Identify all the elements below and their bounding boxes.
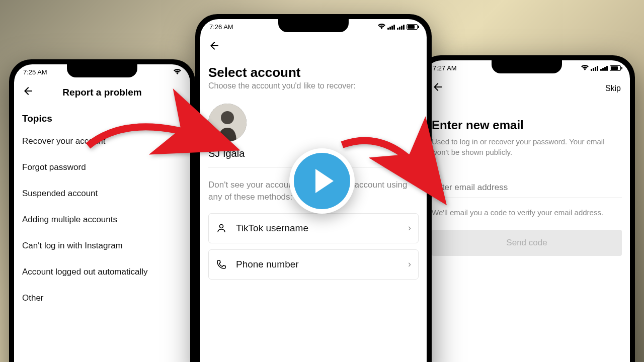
page-subtitle: Used to log in or recover your password.… bbox=[432, 136, 622, 177]
notch bbox=[67, 64, 137, 77]
phone-icon bbox=[216, 259, 227, 269]
page-subtitle: Choose the account you'd like to recover… bbox=[208, 81, 419, 101]
person-icon bbox=[216, 223, 227, 233]
phone-right: 7:27 AM Skip Enter new email Used to log… bbox=[419, 55, 635, 362]
phone-left: 7:25 AM Report a problem Topics Recover … bbox=[9, 59, 195, 362]
play-icon bbox=[315, 169, 334, 193]
chevron-right-icon: › bbox=[408, 259, 411, 269]
header: Report a problem bbox=[14, 78, 190, 107]
topic-instagram-login[interactable]: Can't log in with Instagram bbox=[22, 233, 182, 259]
topic-recover-account[interactable]: Recover your account bbox=[22, 128, 182, 154]
email-input[interactable] bbox=[432, 177, 622, 198]
back-arrow-icon[interactable] bbox=[208, 40, 220, 55]
topic-multiple-accounts[interactable]: Adding multiple accounts bbox=[22, 207, 182, 233]
verify-note: We'll email you a code to verify your em… bbox=[432, 207, 622, 230]
method-phone[interactable]: Phone number › bbox=[208, 249, 419, 280]
status-icons bbox=[174, 68, 181, 76]
notch bbox=[278, 19, 349, 32]
signal-icon-2 bbox=[600, 66, 608, 71]
avatar bbox=[208, 104, 247, 142]
status-icons bbox=[378, 23, 418, 31]
page-title: Enter new email bbox=[432, 103, 622, 136]
topic-suspended[interactable]: Suspended account bbox=[22, 180, 182, 207]
method-label: Phone number bbox=[236, 259, 408, 270]
back-arrow-icon[interactable] bbox=[22, 85, 34, 100]
page-title: Report a problem bbox=[62, 87, 141, 98]
method-username[interactable]: TikTok username › bbox=[208, 213, 419, 243]
time: 7:25 AM bbox=[23, 68, 47, 76]
send-code-button[interactable]: Send code bbox=[432, 230, 622, 256]
battery-icon bbox=[610, 65, 621, 71]
wifi-icon bbox=[378, 23, 385, 31]
time: 7:26 AM bbox=[209, 23, 233, 31]
skip-button[interactable]: Skip bbox=[605, 84, 621, 93]
page-title: Select account bbox=[208, 62, 419, 81]
battery-icon bbox=[407, 24, 418, 30]
topic-logged-out[interactable]: Account logged out automatically bbox=[22, 259, 182, 285]
header bbox=[200, 33, 427, 62]
method-label: TikTok username bbox=[236, 223, 408, 234]
wifi-icon bbox=[581, 64, 589, 72]
notch bbox=[492, 60, 562, 73]
svg-point-2 bbox=[220, 224, 223, 228]
svg-point-1 bbox=[221, 111, 234, 124]
topics-heading: Topics bbox=[22, 107, 182, 128]
chevron-right-icon: › bbox=[408, 223, 411, 233]
time: 7:27 AM bbox=[433, 64, 457, 72]
topic-forgot-password[interactable]: Forgot password bbox=[22, 154, 182, 180]
signal-icon-2 bbox=[397, 25, 405, 30]
wifi-icon bbox=[174, 68, 181, 76]
back-arrow-icon[interactable] bbox=[432, 81, 444, 96]
signal-icon bbox=[387, 25, 395, 30]
signal-icon bbox=[591, 66, 598, 71]
play-button[interactable] bbox=[289, 148, 355, 214]
header: Skip bbox=[424, 74, 630, 103]
status-icons bbox=[581, 64, 621, 72]
topic-other[interactable]: Other bbox=[22, 285, 182, 311]
